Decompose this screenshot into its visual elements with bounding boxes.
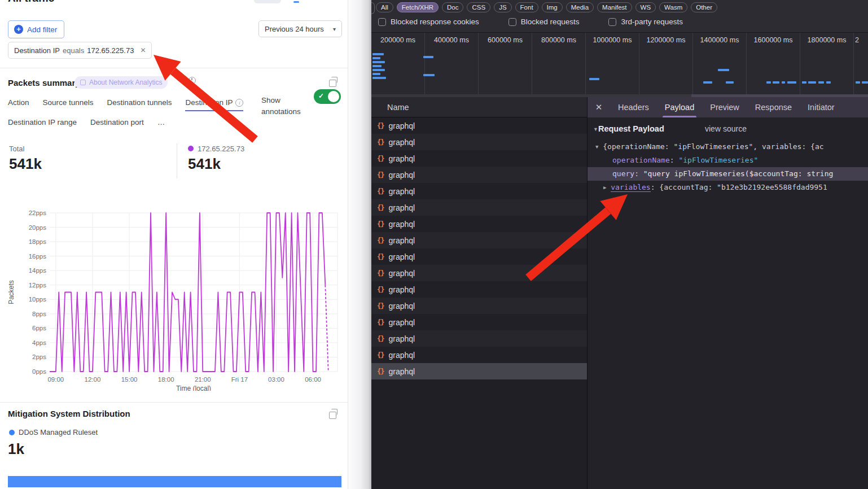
request-row[interactable]: {}graphql <box>371 347 587 363</box>
timeline-section: 1200000 ms <box>639 33 693 96</box>
filter-checkbox-blocked-requests[interactable]: Blocked requests <box>508 18 580 26</box>
json-braces-icon: {} <box>377 269 384 277</box>
request-row[interactable]: {}graphql <box>371 281 587 298</box>
collapsed-triangle-icon[interactable]: ▶ <box>603 185 606 190</box>
filter-chip[interactable]: Destination IP equals 172.65.225.73 ✕ <box>8 42 152 59</box>
name-column-header[interactable]: Name <box>371 97 587 117</box>
badge-label: About Network Analytics <box>89 78 162 86</box>
detail-tab-headers[interactable]: Headers <box>610 97 657 117</box>
svg-text:14pps: 14pps <box>29 267 47 274</box>
waterfall-mark <box>703 81 712 84</box>
filter-pill-font[interactable]: Font <box>515 2 538 12</box>
svg-text:22pps: 22pps <box>29 209 47 216</box>
request-row[interactable]: {}graphql <box>371 330 587 347</box>
mitigation-title: Mitigation System Distribution <box>8 409 130 418</box>
request-name: graphql <box>388 220 415 229</box>
filter-pill-img[interactable]: Img <box>542 2 563 12</box>
payload-row-variables[interactable]: ▶ variables: {accountTag: "b12e3b2192ee5… <box>588 181 868 194</box>
expanded-triangle-icon: ▼ <box>593 126 598 132</box>
waterfall-mark <box>589 78 599 80</box>
request-row[interactable]: {}graphql <box>371 248 587 265</box>
mitigation-legend-label: DDoS Managed Ruleset <box>19 428 98 436</box>
close-icon[interactable]: ✕ <box>588 97 610 117</box>
waterfall-mark <box>423 56 433 58</box>
waterfall-mark <box>372 53 384 55</box>
request-name: graphql <box>388 121 415 130</box>
filter-pill-row: AllFetch/XHRDocCSSJSFontImgMediaManifest… <box>376 2 717 12</box>
request-row[interactable]: {}graphql <box>371 363 587 379</box>
packets-tab-action[interactable]: Action <box>8 98 29 110</box>
request-row[interactable]: {}graphql <box>371 167 587 183</box>
info-icon[interactable]: i <box>235 99 243 107</box>
request-name: graphql <box>388 252 415 261</box>
payload-row-query[interactable]: query: "query ipFlowTimeseries($accountT… <box>588 167 868 181</box>
request-rows: {}graphql{}graphql{}graphql{}graphql{}gr… <box>371 117 587 379</box>
waterfall-mark <box>826 81 831 84</box>
detail-tab-response[interactable]: Response <box>747 97 800 117</box>
filter-pill-manifest[interactable]: Manifest <box>597 2 632 12</box>
request-row[interactable]: {}graphql <box>371 134 587 150</box>
remove-filter-icon[interactable]: ✕ <box>140 46 146 54</box>
devtools-network-panel: AllFetch/XHRDocCSSJSFontImgMediaManifest… <box>371 0 868 489</box>
request-row[interactable]: {}graphql <box>371 298 587 314</box>
request-name: graphql <box>388 154 415 163</box>
request-row[interactable]: {}graphql <box>371 117 587 134</box>
request-row[interactable]: {}graphql <box>371 199 587 216</box>
payload-row-operationName[interactable]: operationName: "ipFlowTimeseries" <box>588 154 868 167</box>
filter-pill-all[interactable]: All <box>376 2 393 12</box>
waterfall-mark <box>372 65 382 67</box>
request-row[interactable]: {}graphql <box>371 216 587 232</box>
filter-pill-fetch-xhr[interactable]: Fetch/XHR <box>397 2 439 12</box>
filter-pill-ws[interactable]: WS <box>635 2 656 12</box>
filter-pill-css[interactable]: CSS <box>467 2 490 12</box>
add-filter-button[interactable]: + Add filter <box>8 20 64 38</box>
expand-card-icon[interactable] <box>329 412 336 419</box>
waterfall-mark <box>773 81 779 84</box>
packets-tab-destination-port[interactable]: Destination port <box>90 118 144 130</box>
packets-tab-destination-ip[interactable]: Destination IPi <box>185 98 243 110</box>
request-row[interactable]: {}graphql <box>371 183 587 199</box>
svg-text:0pps: 0pps <box>32 368 46 375</box>
packets-tab-label: Action <box>8 98 29 107</box>
filter-checkbox-blocked-response-cookies[interactable]: Blocked response cookies <box>378 18 479 26</box>
timeline-section: 800000 ms <box>532 33 586 96</box>
payload-summary-line[interactable]: ▼ {operationName: "ipFlowTimeseries", va… <box>588 140 868 154</box>
request-row[interactable]: {}graphql <box>371 314 587 330</box>
filter-pill-doc[interactable]: Doc <box>442 2 463 12</box>
filter-checkbox-3rd-party-requests[interactable]: 3rd-party requests <box>608 18 683 26</box>
time-range-dropdown[interactable]: Previous 24 hours ▾ <box>258 20 342 37</box>
svg-text:18:00: 18:00 <box>158 376 174 383</box>
request-payload-section[interactable]: ▼Request Payload <box>593 124 664 133</box>
json-braces-icon: {} <box>377 302 384 310</box>
filter-pill-other[interactable]: Other <box>691 2 717 12</box>
request-name: graphql <box>388 318 415 327</box>
timeline-section: 1800000 ms <box>800 33 854 96</box>
filter-pill-wasm[interactable]: Wasm <box>659 2 687 12</box>
detail-tab-payload[interactable]: Payload <box>657 97 702 117</box>
network-overview-timeline[interactable]: 200000 ms400000 ms600000 ms800000 ms1000… <box>371 33 868 97</box>
detail-tab-initiator[interactable]: Initiator <box>800 97 843 117</box>
view-source-link[interactable]: view source <box>705 124 747 133</box>
filter-pill-js[interactable]: JS <box>494 2 511 12</box>
analytics-panel: All traffic + Add filter Previous 24 hou… <box>0 0 348 489</box>
request-row[interactable]: {}graphql <box>371 232 587 248</box>
expand-card-icon[interactable] <box>329 80 336 87</box>
detail-tab-preview[interactable]: Preview <box>702 97 747 117</box>
svg-text:Time (local): Time (local) <box>176 385 211 391</box>
request-name: graphql <box>388 236 415 245</box>
json-braces-icon: {} <box>377 237 384 244</box>
about-network-analytics-badge[interactable]: About Network Analytics <box>74 76 168 89</box>
json-braces-icon: {} <box>377 335 384 343</box>
request-detail-pane: ✕ HeadersPayloadPreviewResponseInitiator… <box>587 97 868 489</box>
packets-tab-source-tunnels[interactable]: Source tunnels <box>43 98 94 110</box>
json-braces-icon: {} <box>377 171 384 179</box>
show-annotations-toggle[interactable]: ✓ <box>314 89 341 104</box>
request-name: graphql <box>388 269 415 278</box>
request-row[interactable]: {}graphql <box>371 150 587 167</box>
request-row[interactable]: {}graphql <box>371 265 587 281</box>
packets-tab-destination-ip-range[interactable]: Destination IP range <box>8 118 77 130</box>
payload-value: "query ipFlowTimeseries($accountTag: str… <box>643 169 834 178</box>
packets-tab-destination-tunnels[interactable]: Destination tunnels <box>107 98 172 110</box>
filter-pill-media[interactable]: Media <box>566 2 594 12</box>
more-tabs-button[interactable]: … <box>157 118 165 130</box>
